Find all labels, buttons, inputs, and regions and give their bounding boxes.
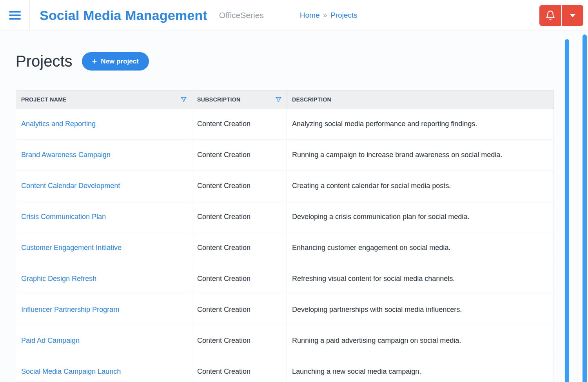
description-cell: Analyzing social media performance and r…: [287, 109, 554, 139]
column-header-subscription: SUBSCRIPTION: [192, 91, 287, 109]
project-name-cell: Crisis Communication Plan: [16, 201, 192, 232]
description-cell: Developing partnerships with social medi…: [287, 294, 554, 325]
table-body: Analytics and Reporting Content Creation…: [16, 109, 554, 382]
column-label: SUBSCRIPTION: [197, 96, 241, 103]
table-row: Crisis Communication Plan Content Creati…: [16, 201, 554, 232]
chevron-down-icon: [570, 14, 576, 17]
table-row: Paid Ad Campaign Content Creation Runnin…: [16, 325, 554, 356]
project-name-link[interactable]: Paid Ad Campaign: [21, 337, 80, 344]
subscription-cell: Content Creation: [192, 109, 287, 139]
project-name-link[interactable]: Content Calendar Development: [21, 182, 120, 190]
bell-icon: [545, 10, 555, 20]
top-bar: Social Media Management OfficeSeries Hom…: [0, 0, 588, 31]
description-cell: Developing a crisis communication plan f…: [287, 201, 554, 232]
project-name-link[interactable]: Graphic Design Refresh: [21, 275, 96, 282]
table-row: Brand Awareness Campaign Content Creatio…: [16, 139, 554, 170]
page-heading-row: Projects + New project: [16, 52, 572, 71]
breadcrumb-home-link[interactable]: Home: [300, 11, 320, 20]
plus-icon: +: [92, 57, 97, 66]
project-name-cell: Customer Engagement Initiative: [16, 232, 192, 263]
main-content: Projects + New project PROJECT NAME: [0, 52, 588, 382]
hamburger-menu-button[interactable]: [0, 0, 29, 31]
project-name-link[interactable]: Analytics and Reporting: [21, 120, 96, 128]
description-cell: Running a paid advertising campaign on s…: [287, 325, 554, 356]
filter-icon[interactable]: [180, 96, 187, 103]
project-name-link[interactable]: Brand Awareness Campaign: [21, 151, 111, 159]
new-project-label: New project: [101, 58, 138, 65]
column-label: PROJECT NAME: [21, 96, 67, 103]
account-dropdown-button[interactable]: [562, 5, 583, 26]
subscription-cell: Content Creation: [192, 263, 287, 294]
table-header: PROJECT NAME SUBSCRIPTION: [16, 91, 554, 109]
inner-vertical-scrollbar[interactable]: [565, 39, 569, 382]
project-name-link[interactable]: Social Media Campaign Launch: [21, 368, 121, 375]
breadcrumb-separator: »: [323, 11, 327, 19]
subscription-cell: Content Creation: [192, 170, 287, 201]
page-title: Projects: [16, 53, 73, 70]
topbar-actions: [539, 5, 583, 26]
hamburger-icon: [9, 9, 21, 22]
description-cell: Launching a new social media campaign.: [287, 356, 554, 382]
app-title: Social Media Management: [40, 8, 207, 23]
project-name-cell: Graphic Design Refresh: [16, 263, 192, 294]
project-name-link[interactable]: Customer Engagement Initiative: [21, 244, 122, 252]
subscription-cell: Content Creation: [192, 356, 287, 382]
subscription-cell: Content Creation: [192, 139, 287, 170]
project-name-cell: Paid Ad Campaign: [16, 325, 192, 356]
table-row: Influencer Partnership Program Content C…: [16, 294, 554, 325]
column-label: DESCRIPTION: [292, 96, 331, 103]
breadcrumb: Home » Projects: [300, 11, 358, 20]
table-row: Content Calendar Development Content Cre…: [16, 170, 554, 201]
description-cell: Running a campaign to increase brand awa…: [287, 139, 554, 170]
project-name-cell: Influencer Partnership Program: [16, 294, 192, 325]
topbar-divider: [29, 0, 30, 31]
description-cell: Creating a content calendar for social m…: [287, 170, 554, 201]
subscription-cell: Content Creation: [192, 325, 287, 356]
table-row: Customer Engagement Initiative Content C…: [16, 232, 554, 263]
notifications-button[interactable]: [539, 5, 561, 26]
project-name-cell: Brand Awareness Campaign: [16, 139, 192, 170]
projects-table: PROJECT NAME SUBSCRIPTION: [16, 90, 554, 382]
column-header-project-name: PROJECT NAME: [16, 91, 192, 109]
table-row: Analytics and Reporting Content Creation…: [16, 109, 554, 139]
filter-icon[interactable]: [275, 96, 282, 103]
description-cell: Enhancing customer engagement on social …: [287, 232, 554, 263]
project-name-cell: Analytics and Reporting: [16, 109, 192, 139]
description-cell: Refreshing visual content for social med…: [287, 263, 554, 294]
subscription-cell: Content Creation: [192, 201, 287, 232]
app-subtitle: OfficeSeries: [219, 11, 264, 20]
breadcrumb-current-link[interactable]: Projects: [330, 11, 358, 20]
project-name-cell: Content Calendar Development: [16, 170, 192, 201]
table-row: Graphic Design Refresh Content Creation …: [16, 263, 554, 294]
subscription-cell: Content Creation: [192, 232, 287, 263]
table-row: Social Media Campaign Launch Content Cre…: [16, 356, 554, 382]
project-name-link[interactable]: Crisis Communication Plan: [21, 213, 106, 221]
new-project-button[interactable]: + New project: [82, 52, 149, 71]
column-header-description: DESCRIPTION: [287, 91, 554, 109]
outer-vertical-scrollbar[interactable]: [583, 34, 587, 382]
subscription-cell: Content Creation: [192, 294, 287, 325]
project-name-cell: Social Media Campaign Launch: [16, 356, 192, 382]
project-name-link[interactable]: Influencer Partnership Program: [21, 306, 119, 313]
